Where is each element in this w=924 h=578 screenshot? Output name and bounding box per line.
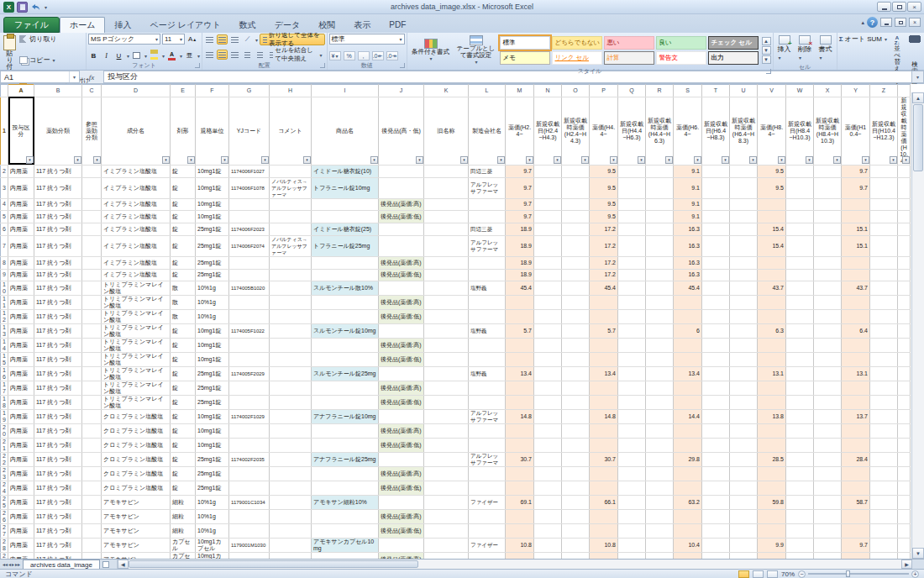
cell-I23[interactable]: [312, 467, 379, 481]
cell-Y26[interactable]: [842, 510, 870, 524]
cell-B8[interactable]: 117 抗うつ剤: [34, 256, 82, 269]
cell-V25[interactable]: 59.8: [758, 496, 786, 510]
cell-V7[interactable]: 15.4: [758, 235, 786, 256]
cell-Z23[interactable]: [870, 467, 898, 481]
header-cell-G[interactable]: YJコード▾: [229, 97, 270, 165]
dropdown-arrow-icon[interactable]: ▾: [144, 53, 147, 59]
align-right-button[interactable]: [229, 50, 240, 60]
cell-S6[interactable]: 16.3: [674, 223, 702, 236]
cell-P12[interactable]: [590, 310, 618, 324]
align-middle-button[interactable]: [217, 34, 228, 45]
cell-G19[interactable]: 1174002F1029: [229, 410, 270, 424]
cell-Q23[interactable]: [618, 467, 646, 481]
cell-P16[interactable]: 13.4: [590, 367, 618, 381]
cell-J10[interactable]: [379, 281, 424, 296]
cell-C8[interactable]: [82, 256, 102, 269]
cell-L7[interactable]: アルフレッサファーマ: [469, 235, 506, 256]
cell-N13[interactable]: [534, 324, 562, 339]
zoom-out-icon[interactable]: −: [798, 570, 806, 578]
cell-B14[interactable]: 117 抗うつ剤: [34, 339, 82, 353]
cell-R8[interactable]: [646, 256, 674, 269]
cell-M28[interactable]: 10.8: [506, 539, 534, 553]
cell-AA15[interactable]: [898, 353, 911, 367]
row-header-27[interactable]: 27: [1, 524, 8, 539]
cell-T22[interactable]: [702, 453, 730, 467]
cell-T20[interactable]: [702, 424, 730, 439]
cell-Z8[interactable]: [870, 256, 898, 269]
row-header-25[interactable]: 25: [1, 496, 8, 510]
cell-J7[interactable]: [379, 235, 424, 256]
tab-ページ レイアウト[interactable]: ページ レイアウト: [140, 17, 229, 33]
cell-L25[interactable]: ファイザー: [469, 496, 506, 510]
row-header-24[interactable]: 24: [1, 481, 8, 496]
row-header-21[interactable]: 21: [1, 439, 8, 453]
cell-D5[interactable]: イミプラミン塩酸塩: [102, 211, 171, 223]
cell-V14[interactable]: [758, 339, 786, 353]
cell-K25[interactable]: [424, 496, 469, 510]
cell-R16[interactable]: [646, 367, 674, 381]
cell-Q12[interactable]: [618, 310, 646, 324]
cell-K10[interactable]: [424, 281, 469, 296]
cell-G8[interactable]: [229, 256, 270, 269]
cell-L4[interactable]: [469, 198, 506, 211]
cell-Y28[interactable]: 9.7: [842, 539, 870, 553]
cell-H18[interactable]: [270, 396, 312, 410]
cell-W12[interactable]: [786, 310, 814, 324]
copy-button[interactable]: コピー▾: [19, 55, 90, 65]
cell-Q3[interactable]: [618, 177, 646, 198]
cell-N10[interactable]: [534, 281, 562, 296]
cell-D22[interactable]: クロミプラミン塩酸塩: [102, 453, 171, 467]
cell-O15[interactable]: [562, 353, 590, 367]
cell-J16[interactable]: [379, 367, 424, 381]
cell-Z16[interactable]: [870, 367, 898, 381]
cell-H12[interactable]: [270, 310, 312, 324]
cell-K20[interactable]: [424, 424, 469, 439]
cell-V17[interactable]: [758, 381, 786, 396]
cell-P10[interactable]: 45.4: [590, 281, 618, 296]
cell-Y18[interactable]: [842, 396, 870, 410]
cell-S22[interactable]: 29.8: [674, 453, 702, 467]
cell-S7[interactable]: 16.3: [674, 235, 702, 256]
cell-Y7[interactable]: 15.1: [842, 235, 870, 256]
cell-D28[interactable]: アモキサピン: [102, 539, 171, 553]
workbook-restore-button[interactable]: [895, 18, 906, 27]
filter-button[interactable]: ▾: [221, 156, 228, 164]
filter-button[interactable]: ▾: [665, 156, 673, 164]
cell-J6[interactable]: [379, 223, 424, 236]
cell-A19[interactable]: 内用薬: [8, 410, 34, 424]
cell-Y24[interactable]: [842, 481, 870, 496]
cell-J8[interactable]: 後発品(薬価:高): [379, 256, 424, 269]
cell-B7[interactable]: 117 抗うつ剤: [34, 235, 82, 256]
cell-Z17[interactable]: [870, 381, 898, 396]
cell-H26[interactable]: [270, 510, 312, 524]
cell-V3[interactable]: 9.5: [758, 177, 786, 198]
cell-H15[interactable]: [270, 353, 312, 367]
insert-cells-button[interactable]: +挿入▾: [775, 34, 794, 63]
first-sheet-icon[interactable]: ◂◂: [3, 561, 8, 567]
cell-V28[interactable]: 9.9: [758, 539, 786, 553]
row-header-13[interactable]: 13: [1, 324, 8, 339]
cell-U23[interactable]: [730, 467, 758, 481]
cell-F2[interactable]: 10mg1錠: [196, 165, 229, 177]
conditional-formatting-button[interactable]: 条件付き書式▾: [409, 37, 453, 64]
cell-R9[interactable]: [646, 269, 674, 281]
cell-Z22[interactable]: [870, 453, 898, 467]
grow-font-button[interactable]: A▲: [186, 34, 198, 45]
cell-D18[interactable]: トリミプラミンマレイン酸塩: [102, 396, 171, 410]
cell-V8[interactable]: [758, 256, 786, 269]
cell-P7[interactable]: 17.2: [590, 235, 618, 256]
cell-P6[interactable]: 17.2: [590, 223, 618, 236]
cell-G6[interactable]: 1174006F2023: [229, 223, 270, 236]
filter-button[interactable]: ▾: [833, 156, 841, 164]
cell-F6[interactable]: 25mg1錠: [196, 223, 229, 236]
cell-X3[interactable]: [814, 177, 842, 198]
cell-M2[interactable]: 9.7: [506, 165, 534, 177]
header-cell-M[interactable]: 薬価(H2.4~▾: [506, 97, 534, 165]
header-cell-R[interactable]: 新規収載時薬価(H4.4~H6.3)▾: [646, 97, 674, 165]
filter-button[interactable]: ▾: [187, 156, 195, 164]
cell-X10[interactable]: [814, 281, 842, 296]
row-header-10[interactable]: 10: [1, 281, 8, 296]
cell-O2[interactable]: [562, 165, 590, 177]
cell-O27[interactable]: [562, 524, 590, 539]
cell-Y21[interactable]: [842, 439, 870, 453]
